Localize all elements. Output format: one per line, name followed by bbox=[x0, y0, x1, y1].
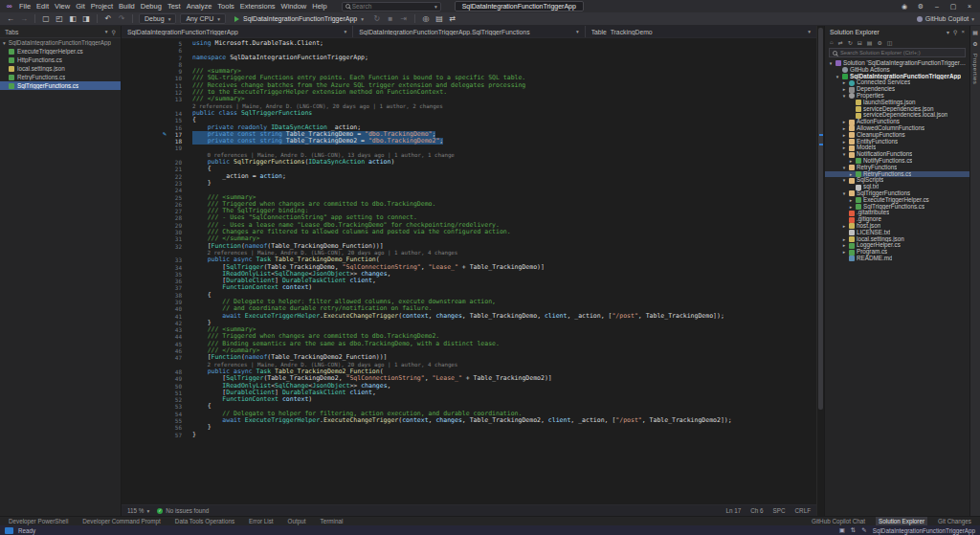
sync-arrows-icon[interactable]: ⇅ bbox=[851, 526, 856, 534]
code-line[interactable]: 20 public SqlTriggerFunctions(IDataSyncA… bbox=[122, 159, 816, 166]
tree-item[interactable]: ▸ActionFunctions bbox=[825, 119, 969, 125]
chevron-right-icon[interactable]: ▸ bbox=[848, 197, 854, 204]
pin-icon[interactable] bbox=[112, 29, 116, 35]
breakpoint-margin[interactable] bbox=[122, 313, 160, 320]
type-dropdown[interactable]: SqlDataIntegrationFunctionTriggerApp.Sql… bbox=[353, 26, 585, 37]
tree-item[interactable]: ▸Connected Services bbox=[825, 79, 969, 86]
preview-icon[interactable]: ◫ bbox=[887, 39, 893, 46]
open-document-tab[interactable]: SqlTriggerFunctions.cs bbox=[0, 81, 121, 90]
open-document-tab[interactable]: RetryFunctions.cs bbox=[0, 73, 121, 81]
chevron-down-icon[interactable]: ▾ bbox=[841, 151, 847, 158]
tree-item[interactable]: ▾Solution 'SqlDataIntegrationFunctionTri… bbox=[825, 60, 969, 67]
chevron-right-icon[interactable]: ▸ bbox=[848, 171, 854, 178]
breakpoint-margin[interactable] bbox=[122, 47, 160, 54]
menu-view[interactable]: View bbox=[52, 2, 73, 11]
chevron-right-icon[interactable]: ▸ bbox=[841, 236, 847, 243]
code-line[interactable]: 37 FunctionContext context) bbox=[122, 284, 816, 291]
pencil-icon[interactable]: ✎ bbox=[861, 526, 866, 534]
solution-search-input[interactable] bbox=[840, 50, 962, 56]
breakpoint-margin[interactable] bbox=[122, 55, 160, 61]
code-line[interactable]: 56 } bbox=[122, 424, 816, 431]
breakpoint-margin[interactable] bbox=[122, 396, 160, 403]
close-icon[interactable]: × bbox=[961, 29, 965, 34]
breakpoint-margin[interactable] bbox=[122, 320, 160, 326]
document-outline-icon[interactable]: ▤ bbox=[972, 29, 978, 35]
panel-tab-developer-powershell[interactable]: Developer PowerShell bbox=[6, 517, 71, 526]
breakpoint-margin[interactable] bbox=[122, 166, 160, 172]
tree-item[interactable]: serviceDependencies.json bbox=[825, 106, 969, 113]
solution-platforms-icon[interactable]: ▤ bbox=[434, 14, 444, 23]
tree-item[interactable]: ▸Program.cs bbox=[825, 249, 969, 256]
chevron-right-icon[interactable]: ▸ bbox=[841, 119, 847, 125]
tab-group-header[interactable]: SqlDataIntegrationFunctionTriggerApp bbox=[0, 38, 121, 47]
chevron-right-icon[interactable]: ▸ bbox=[841, 86, 847, 93]
project-dropdown[interactable]: SqlDataIntegrationFunctionTriggerApp bbox=[122, 26, 353, 37]
breakpoint-margin[interactable] bbox=[122, 333, 160, 340]
breakpoint-margin[interactable] bbox=[122, 292, 160, 299]
redo-icon[interactable]: ↷ bbox=[117, 14, 126, 23]
code-line[interactable]: 19 bbox=[122, 145, 816, 151]
code-line[interactable]: 52 FunctionContext context) bbox=[122, 396, 816, 403]
code-line[interactable]: 22 _action = action; bbox=[122, 173, 816, 180]
breakpoint-margin[interactable] bbox=[122, 375, 160, 382]
chevron-right-icon[interactable]: ▸ bbox=[841, 79, 847, 86]
breakpoint-margin[interactable] bbox=[122, 278, 160, 284]
menu-extensions[interactable]: Extensions bbox=[237, 2, 278, 11]
chevron-down-icon[interactable]: ▾ bbox=[841, 165, 847, 171]
tree-item[interactable]: ▾SqlScripts bbox=[825, 177, 969, 184]
code-editor[interactable]: 5using Microsoft.DurableTask.Client;67na… bbox=[122, 38, 816, 504]
chevron-right-icon[interactable]: ▸ bbox=[841, 249, 847, 256]
breakpoint-margin[interactable] bbox=[122, 432, 160, 438]
open-document-tab[interactable]: HttpFunctions.cs bbox=[0, 56, 121, 64]
maximize-icon[interactable]: ▢ bbox=[948, 3, 958, 11]
breakpoint-margin[interactable] bbox=[122, 82, 160, 89]
panel-tab-terminal[interactable]: Terminal bbox=[318, 517, 346, 526]
line-indicator[interactable]: Ln 17 bbox=[726, 507, 742, 514]
line-ending-indicator[interactable]: CRLF bbox=[795, 507, 811, 514]
tree-item[interactable]: ▾SqlDataIntegrationFunctionTriggerApp bbox=[825, 74, 969, 80]
chevron-down-icon[interactable]: ▾ bbox=[841, 93, 847, 100]
breakpoint-margin[interactable] bbox=[122, 305, 160, 312]
scrollbar-thumb[interactable] bbox=[818, 28, 823, 410]
properties-icon[interactable]: ⚙ bbox=[877, 39, 881, 46]
stop-icon[interactable]: ■ bbox=[386, 14, 395, 23]
github-copilot-button[interactable]: GitHub Copilot bbox=[917, 15, 974, 22]
close-icon[interactable]: × bbox=[965, 3, 974, 10]
tree-item[interactable]: README.md bbox=[825, 256, 969, 262]
start-debug-button[interactable]: SqlDataIntegrationFunctionTriggerApp bbox=[230, 13, 368, 24]
configuration-dropdown[interactable]: Debug bbox=[139, 13, 176, 24]
tree-item[interactable]: ▸EntityFunctions bbox=[825, 139, 969, 145]
account-icon[interactable]: ◉ bbox=[900, 3, 909, 11]
tree-item[interactable]: launchSettings.json bbox=[825, 100, 969, 106]
chevron-right-icon[interactable]: ▸ bbox=[848, 204, 854, 211]
breakpoint-margin[interactable] bbox=[122, 68, 160, 75]
quick-search[interactable] bbox=[342, 2, 441, 11]
breakpoint-margin[interactable] bbox=[122, 354, 160, 361]
save-icon[interactable]: ◧ bbox=[68, 14, 78, 23]
panel-tab-solution-explorer[interactable]: Solution Explorer bbox=[876, 517, 927, 526]
breakpoint-margin[interactable] bbox=[122, 264, 160, 271]
tree-item[interactable]: ▸host.json bbox=[825, 223, 969, 230]
tree-item[interactable]: GitHub Actions bbox=[825, 67, 969, 74]
chevron-right-icon[interactable]: ▸ bbox=[841, 139, 847, 145]
code-health-indicator[interactable]: No issues found bbox=[157, 507, 209, 514]
repo-icon[interactable]: ▣ bbox=[839, 526, 845, 534]
switch-views-icon[interactable]: ⇄ bbox=[838, 39, 843, 46]
member-dropdown[interactable]: Table_TrackingDemo bbox=[586, 26, 816, 37]
compare-icon[interactable]: ⇄ bbox=[448, 14, 457, 23]
chevron-down-icon[interactable]: ▾ bbox=[835, 74, 840, 80]
search-input[interactable] bbox=[352, 3, 433, 10]
menu-debug[interactable]: Debug bbox=[138, 2, 165, 11]
column-indicator[interactable]: Ch 6 bbox=[750, 507, 763, 514]
menu-build[interactable]: Build bbox=[116, 2, 138, 11]
tree-item[interactable]: ▸local.settings.json bbox=[825, 236, 969, 243]
breakpoint-margin[interactable] bbox=[122, 40, 160, 47]
feedback-icon[interactable] bbox=[5, 527, 13, 534]
breakpoint-margin[interactable] bbox=[122, 89, 160, 96]
code-line[interactable]: 32 [Function(nameof(Table_TrackingDemo_F… bbox=[122, 243, 816, 250]
code-line[interactable]: 41 await ExecuteTriggerHelper.ExecuteCha… bbox=[122, 313, 816, 320]
menu-window[interactable]: Window bbox=[278, 2, 310, 11]
code-line[interactable]: 47 [Function(nameof(Table_TrackingDemo2_… bbox=[122, 354, 816, 361]
tree-item[interactable]: ▸CleanupFunctions bbox=[825, 132, 969, 139]
tree-item[interactable]: LICENSE.txt bbox=[825, 230, 969, 236]
